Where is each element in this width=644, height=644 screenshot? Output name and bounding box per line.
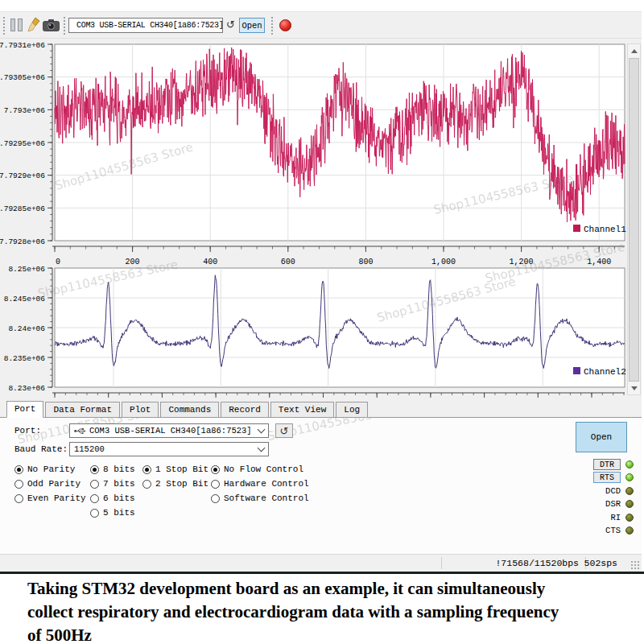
open-port-label: Open: [591, 432, 612, 442]
charts-region: 7.7931e+067.79305e+067.793e+067.79295e+0…: [0, 39, 642, 400]
svg-text:7.79305e+06: 7.79305e+06: [0, 73, 45, 82]
scrollbar-thumb[interactable]: [629, 58, 639, 382]
radio-dot[interactable]: [211, 465, 220, 474]
clear-brush-icon[interactable]: [27, 17, 41, 33]
ri-led: [625, 514, 634, 522]
radio-dot[interactable]: [90, 494, 99, 503]
radio-dot[interactable]: [142, 480, 151, 489]
tab-data-format[interactable]: Data Format: [45, 402, 120, 417]
svg-text:7.79285e+06: 7.79285e+06: [0, 204, 45, 213]
main-toolbar: COM3 USB-SERIAL CH340[1a86:7523] ↺ Open: [0, 11, 642, 39]
radio-hardware-control[interactable]: Hardware Control: [211, 478, 309, 489]
record-icon[interactable]: [279, 19, 291, 31]
baud-rate-label: Baud Rate:: [14, 444, 68, 454]
radio-dot[interactable]: [90, 465, 99, 474]
charts-canvas: 7.7931e+067.79305e+067.793e+067.79295e+0…: [0, 39, 642, 400]
scroll-up-icon[interactable]: [628, 44, 640, 57]
radio-6-bits[interactable]: 6 bits: [90, 493, 135, 504]
radio-1-stop-bit[interactable]: 1 Stop Bit: [142, 464, 208, 475]
radio-dot[interactable]: [14, 494, 23, 503]
radio-odd-parity[interactable]: Odd Parity: [14, 478, 80, 489]
svg-text:0: 0: [56, 258, 60, 266]
statusbar-divider: [441, 557, 442, 569]
radio-dot[interactable]: [90, 480, 99, 489]
dsr-led: [625, 500, 634, 508]
port-select-value: COM3 USB-SERIAL CH340[1a86:7523]: [89, 426, 252, 436]
cts-led: [625, 526, 634, 535]
toolbar-port-value: COM3 USB-SERIAL CH340[1a86:7523]: [76, 21, 223, 30]
open-port-button[interactable]: Open: [576, 422, 627, 452]
refresh-ports-button[interactable]: ↺: [275, 423, 293, 438]
radio-no-parity[interactable]: No Parity: [14, 464, 75, 475]
radio-label: 1 Stop Bit: [155, 464, 208, 474]
tab-commands[interactable]: Commands: [160, 402, 219, 417]
port-label: Port:: [14, 426, 41, 436]
toolbar-open-button[interactable]: Open: [239, 18, 265, 33]
radio-dot[interactable]: [14, 465, 23, 474]
charts-scrollbar[interactable]: [627, 43, 641, 395]
radio-8-bits[interactable]: 8 bits: [90, 464, 135, 475]
toolbar-port-combo[interactable]: COM3 USB-SERIAL CH340[1a86:7523]: [68, 18, 223, 33]
radio-label: Hardware Control: [224, 479, 309, 489]
chevron-down-icon: [258, 426, 266, 434]
toolbar-grip[interactable]: [270, 16, 274, 35]
tab-text-view[interactable]: Text View: [270, 402, 334, 417]
radio-label: Even Parity: [27, 493, 86, 503]
scroll-down-icon[interactable]: [628, 382, 640, 394]
tab-port[interactable]: Port: [6, 401, 43, 418]
tab-record[interactable]: Record: [221, 402, 269, 417]
chevron-down-icon: [258, 444, 266, 452]
svg-text:Channel1: Channel1: [584, 225, 626, 234]
radio-label: 8 bits: [103, 464, 135, 474]
radio-label: No Parity: [27, 464, 75, 474]
radio-dot[interactable]: [211, 480, 220, 489]
brush-icon: [27, 17, 41, 33]
radio-software-control[interactable]: Software Control: [211, 493, 309, 504]
radio-2-stop-bit[interactable]: 2 Stop Bit: [142, 478, 208, 489]
pause-bars-icon: [10, 19, 23, 31]
svg-text:7.7931e+06: 7.7931e+06: [0, 41, 45, 50]
svg-text:600: 600: [281, 258, 295, 266]
caption-line: of 500Hz: [27, 624, 621, 644]
tab-log[interactable]: Log: [336, 402, 368, 417]
app-window: COM3 USB-SERIAL CH340[1a86:7523] ↺ Open …: [0, 0, 644, 644]
dtr-led: [625, 460, 634, 469]
refresh-ports-icon[interactable]: ↺: [226, 19, 235, 31]
radio-label: 2 Stop Bit: [155, 479, 208, 489]
sps-status: 502sps: [584, 558, 617, 568]
caption-line: collect respiratory and electrocardiogra…: [27, 601, 621, 624]
port-select[interactable]: COM3 USB-SERIAL CH340[1a86:7523]: [69, 423, 269, 438]
toolbar-grip[interactable]: [63, 16, 66, 35]
svg-text:7.7928e+06: 7.7928e+06: [0, 237, 45, 246]
svg-text:8.235e+06: 8.235e+06: [4, 354, 46, 363]
svg-text:7.793e+06: 7.793e+06: [4, 106, 46, 115]
radio-label: Software Control: [224, 493, 309, 503]
radio-dot[interactable]: [90, 509, 99, 518]
resize-grip[interactable]: [630, 560, 640, 570]
radio-no-flow-control[interactable]: No Flow Control: [211, 464, 303, 475]
radio-label: 5 bits: [103, 508, 135, 518]
tab-bar: PortData FormatPlotCommandsRecordText Vi…: [0, 400, 642, 418]
toolbar-grip[interactable]: [2, 16, 6, 35]
dsr-label: DSR: [592, 499, 621, 509]
pause-icon[interactable]: [10, 19, 23, 31]
radio-5-bits[interactable]: 5 bits: [90, 507, 135, 518]
radio-even-parity[interactable]: Even Parity: [14, 493, 86, 504]
svg-text:8.25e+06: 8.25e+06: [8, 265, 45, 274]
dtr-button[interactable]: DTR: [593, 459, 621, 470]
rts-button[interactable]: RTS: [593, 472, 621, 483]
screenshot-camera-icon[interactable]: [43, 19, 60, 31]
radio-dot[interactable]: [211, 494, 220, 503]
baud-rate-select[interactable]: 115200: [69, 442, 269, 456]
radio-dot[interactable]: [14, 480, 23, 489]
cts-label: CTS: [592, 526, 621, 535]
svg-text:Channel2: Channel2: [584, 367, 626, 377]
radio-label: 7 bits: [103, 479, 135, 489]
tab-plot[interactable]: Plot: [122, 402, 159, 417]
caption-text: Taking STM32 development board as an exa…: [0, 572, 644, 644]
radio-7-bits[interactable]: 7 bits: [90, 478, 135, 489]
radio-dot[interactable]: [142, 465, 151, 474]
bps-status: !71568/11520bps: [495, 558, 579, 568]
port-settings-panel: Shop1104558563 Store Shop1104558563 Stor…: [0, 418, 642, 554]
radio-label: Odd Parity: [27, 479, 80, 489]
